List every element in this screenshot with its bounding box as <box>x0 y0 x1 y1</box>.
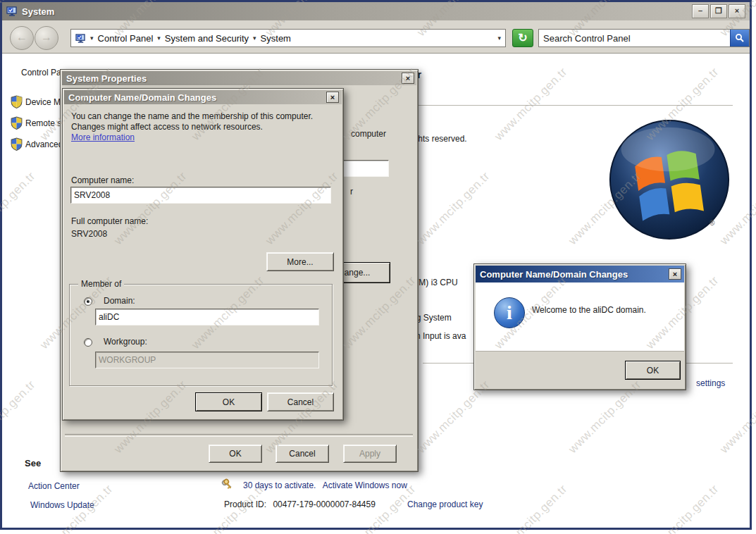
activation-key-icon <box>221 478 235 492</box>
name-dialog-ok-button[interactable]: OK <box>195 392 262 411</box>
welcome-dialog-body: i Welcome to the aliDC domain. <box>476 282 684 351</box>
chevron-down-icon[interactable]: ▾ <box>157 35 161 42</box>
domain-input[interactable] <box>95 309 319 325</box>
window-titlebar: System – ❐ × <box>2 2 750 20</box>
maximize-button[interactable]: ❐ <box>710 4 727 18</box>
screen: System – ❐ × ← → ▾ Control Panel ▾ Syste… <box>0 0 756 534</box>
uac-shield-icon <box>11 95 23 108</box>
close-button[interactable]: × <box>729 4 745 18</box>
back-button[interactable]: ← <box>10 26 34 50</box>
more-button[interactable]: More... <box>266 252 334 271</box>
action-center-link[interactable]: Action Center <box>28 481 80 491</box>
search-button[interactable] <box>730 30 749 46</box>
pen-touch-fragment: ch Input is ava <box>411 331 466 341</box>
welcome-message: Welcome to the aliDC domain. <box>532 305 646 315</box>
name-dialog-cancel-button[interactable]: Cancel <box>267 392 334 411</box>
computer-name-dialog-titlebar[interactable]: Computer Name/Domain Changes <box>64 90 342 104</box>
uac-shield-icon <box>11 137 23 151</box>
copyright-fragment: ights reserved. <box>411 134 467 144</box>
close-icon[interactable]: × <box>402 73 414 84</box>
search-box <box>538 29 750 47</box>
welcome-dialog: Computer Name/Domain Changes × i Welcome… <box>473 263 686 390</box>
address-dropdown-icon[interactable]: ▾ <box>497 35 501 42</box>
domain-radio[interactable] <box>84 297 92 306</box>
workgroup-input <box>95 352 319 368</box>
computer-name-dialog-title: Computer Name/Domain Changes <box>68 92 216 103</box>
product-id-label: Product ID: <box>224 499 266 509</box>
forward-button[interactable]: → <box>35 26 58 50</box>
member-of-groupbox: Member of Domain: Workgroup: <box>69 284 333 386</box>
registered-mark: ® <box>709 219 714 227</box>
activation-days-text: 30 days to activate. <box>243 480 316 490</box>
see-also-heading: See <box>25 458 41 468</box>
system-window-icon <box>6 6 18 16</box>
info-icon: i <box>494 297 525 328</box>
product-id-value: 00477-179-0000007-84459 <box>273 499 375 509</box>
window-title: System <box>22 6 54 17</box>
welcome-dialog-title: Computer Name/Domain Changes <box>480 269 628 280</box>
change-product-key-link[interactable]: Change product key <box>407 499 483 509</box>
control-panel-icon[interactable] <box>75 34 86 43</box>
breadcrumb-control-panel[interactable]: Control Panel <box>98 33 154 44</box>
full-computer-name-label: Full computer name: <box>71 216 148 226</box>
sp-text-fragment: r <box>350 187 353 197</box>
activation-status: 30 days to activate. Activate Windows no… <box>243 480 407 490</box>
close-icon[interactable]: × <box>669 268 681 280</box>
computer-name-label: Computer name: <box>71 175 134 185</box>
sp-cancel-button[interactable]: Cancel <box>275 445 329 463</box>
chevron-down-icon[interactable]: ▾ <box>253 35 256 42</box>
computer-name-dialog: Computer Name/Domain Changes × You can c… <box>62 88 344 421</box>
workgroup-radio[interactable] <box>84 338 92 347</box>
sp-ok-button[interactable]: OK <box>209 445 262 463</box>
breadcrumb-system[interactable]: System <box>261 33 291 44</box>
sp-apply-button: Apply <box>343 445 397 463</box>
address-bar[interactable]: ▾ Control Panel ▾ System and Security ▾ … <box>70 29 506 47</box>
welcome-dialog-titlebar[interactable]: Computer Name/Domain Changes <box>476 266 684 282</box>
search-input[interactable] <box>539 30 730 46</box>
change-settings-link-fragment[interactable]: settings <box>696 378 725 388</box>
activate-windows-link[interactable]: Activate Windows now <box>323 480 407 490</box>
system-properties-title: System Properties <box>66 73 147 84</box>
sp-change-button-fragment[interactable]: hange... <box>337 262 390 283</box>
minimize-button[interactable]: – <box>692 4 709 18</box>
domain-label: Domain: <box>104 296 135 306</box>
dialog-body-text: You can change the name and the membersh… <box>71 111 335 132</box>
full-computer-name-value: SRV2008 <box>71 229 107 239</box>
refresh-button[interactable]: ↻ <box>512 29 533 47</box>
member-of-label: Member of <box>78 279 124 289</box>
sp-computer-text-fragment: computer <box>351 129 386 139</box>
workgroup-label: Workgroup: <box>104 337 147 347</box>
computer-name-input[interactable] <box>70 187 331 204</box>
product-id-row: Product ID: 00477-179-0000007-84459 <box>224 499 376 509</box>
tab-page-edge <box>65 434 413 437</box>
windows-update-link[interactable]: Windows Update <box>30 500 94 510</box>
welcome-ok-button[interactable]: OK <box>625 361 681 380</box>
close-icon[interactable]: × <box>326 92 339 103</box>
uac-shield-icon <box>11 116 23 130</box>
search-icon <box>735 33 745 43</box>
more-information-link[interactable]: More information <box>71 132 135 142</box>
breadcrumb-system-and-security[interactable]: System and Security <box>165 33 249 44</box>
system-properties-titlebar[interactable]: System Properties <box>62 71 416 85</box>
chevron-down-icon[interactable]: ▾ <box>90 35 94 42</box>
